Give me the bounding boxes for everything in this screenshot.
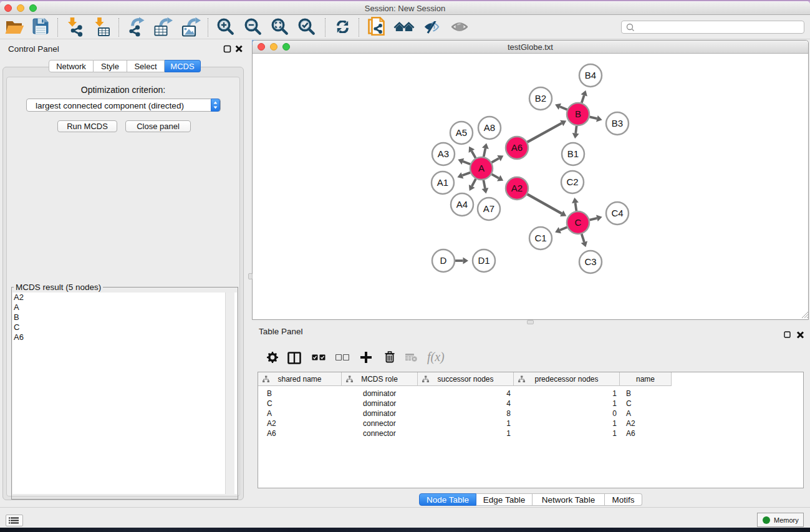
svg-text:C2: C2 [566, 177, 578, 187]
svg-text:A4: A4 [456, 199, 468, 210]
svg-text:A6: A6 [511, 142, 523, 153]
svg-text:D: D [440, 255, 447, 266]
svg-text:A7: A7 [483, 203, 494, 214]
svg-text:A1: A1 [437, 177, 448, 188]
svg-text:A3: A3 [438, 148, 449, 159]
svg-text:A8: A8 [484, 122, 495, 133]
svg-text:B3: B3 [612, 118, 623, 128]
svg-text:B4: B4 [585, 70, 596, 80]
svg-text:C4: C4 [611, 208, 623, 218]
svg-text:B1: B1 [567, 148, 579, 159]
svg-text:D1: D1 [478, 255, 489, 266]
svg-text:C1: C1 [534, 233, 546, 243]
svg-text:B2: B2 [535, 93, 546, 104]
svg-text:A5: A5 [456, 127, 467, 138]
svg-text:A: A [478, 163, 485, 173]
svg-text:A2: A2 [511, 183, 523, 193]
svg-text:C: C [575, 217, 582, 228]
svg-text:C3: C3 [584, 256, 596, 267]
svg-text:B: B [575, 109, 581, 119]
